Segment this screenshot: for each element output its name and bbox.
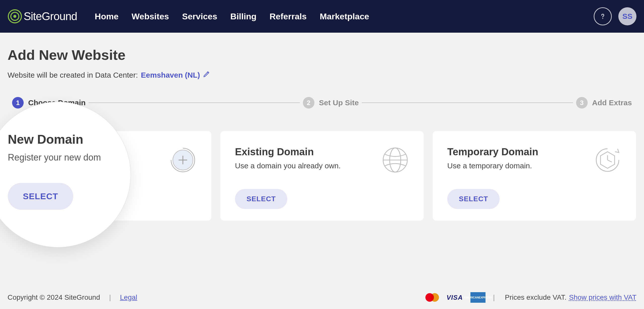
main-nav: Home Websites Services Billing Referrals… xyxy=(95,12,369,21)
globe-icon xyxy=(381,146,409,174)
card-title: Existing Domain xyxy=(235,146,341,158)
brand-name: SiteGround xyxy=(24,10,77,23)
clock-refresh-icon xyxy=(594,146,621,174)
mastercard-icon xyxy=(425,292,439,303)
card-temporary-domain: Temporary Domain Use a temporary domain.… xyxy=(433,131,636,221)
step-num-1: 1 xyxy=(12,97,24,109)
user-avatar[interactable]: SS xyxy=(618,7,636,25)
card-sub: Use a domain you already own. xyxy=(235,162,341,170)
nav-websites[interactable]: Websites xyxy=(132,12,169,21)
datacenter-row: Website will be created in Data Center: … xyxy=(8,71,636,79)
footer-separator: | xyxy=(493,293,495,301)
svg-line-12 xyxy=(608,160,612,162)
nav-billing[interactable]: Billing xyxy=(230,12,257,21)
step-num-2: 2 xyxy=(303,97,314,109)
card-title: New Domain xyxy=(23,146,112,158)
step-choose-domain: 1 Choose Domain xyxy=(12,97,86,109)
payment-logos: VISA AMERICAN EXPRESS | xyxy=(425,292,495,303)
copyright-text: Copyright © 2024 SiteGround xyxy=(8,293,100,301)
card-title: Temporary Domain xyxy=(447,146,538,158)
avatar-initials: SS xyxy=(622,12,632,21)
step-setup-site: 2 Set Up Site xyxy=(303,97,359,109)
step-divider xyxy=(362,102,573,103)
vat-toggle-link[interactable]: Show prices with VAT xyxy=(569,293,636,301)
legal-link[interactable]: Legal xyxy=(120,293,137,301)
step-divider xyxy=(89,102,300,103)
step-label-3: Add Extras xyxy=(592,98,632,107)
page-title: Add New Website xyxy=(8,47,636,63)
card-existing-domain: Existing Domain Use a domain you already… xyxy=(220,131,424,221)
nav-home[interactable]: Home xyxy=(95,12,118,21)
nav-services[interactable]: Services xyxy=(182,12,217,21)
nav-marketplace[interactable]: Marketplace xyxy=(320,12,369,21)
step-add-extras: 3 Add Extras xyxy=(576,97,632,109)
card-sub: Register your new domain. xyxy=(23,162,112,170)
datacenter-label: Website will be created in Data Center: xyxy=(8,71,138,79)
step-label-1: Choose Domain xyxy=(28,98,86,107)
nav-referrals[interactable]: Referrals xyxy=(270,12,307,21)
vat-text: Prices exclude VAT. xyxy=(505,293,567,301)
visa-icon: VISA xyxy=(447,292,463,303)
select-new-domain-button[interactable]: SELECT xyxy=(23,189,75,209)
amex-icon: AMERICAN EXPRESS xyxy=(470,292,486,303)
brand-logo[interactable]: SiteGround xyxy=(8,9,77,24)
help-button[interactable] xyxy=(594,7,612,25)
pencil-icon[interactable] xyxy=(203,71,210,79)
select-existing-domain-button[interactable]: SELECT xyxy=(235,189,287,209)
step-label-2: Set Up Site xyxy=(319,98,359,107)
domain-option-cards: New Domain Register your new domain. SEL… xyxy=(8,131,636,221)
card-new-domain: New Domain Register your new domain. SEL… xyxy=(8,131,211,221)
step-num-3: 3 xyxy=(576,97,588,109)
progress-stepper: 1 Choose Domain 2 Set Up Site 3 Add Extr… xyxy=(8,97,636,109)
top-nav: SiteGround Home Websites Services Billin… xyxy=(0,0,644,33)
swirl-icon xyxy=(8,9,22,24)
select-temporary-domain-button[interactable]: SELECT xyxy=(447,189,500,209)
footer-separator: | xyxy=(109,293,111,301)
card-sub: Use a temporary domain. xyxy=(447,162,538,170)
plus-circle-icon xyxy=(169,146,197,174)
question-icon xyxy=(598,12,607,21)
page-footer: Copyright © 2024 SiteGround | Legal VISA… xyxy=(0,286,644,309)
svg-point-3 xyxy=(602,18,603,19)
datacenter-value[interactable]: Eemshaven (NL) xyxy=(141,71,200,79)
svg-point-2 xyxy=(13,15,16,18)
page-body: Add New Website Website will be created … xyxy=(0,33,644,221)
